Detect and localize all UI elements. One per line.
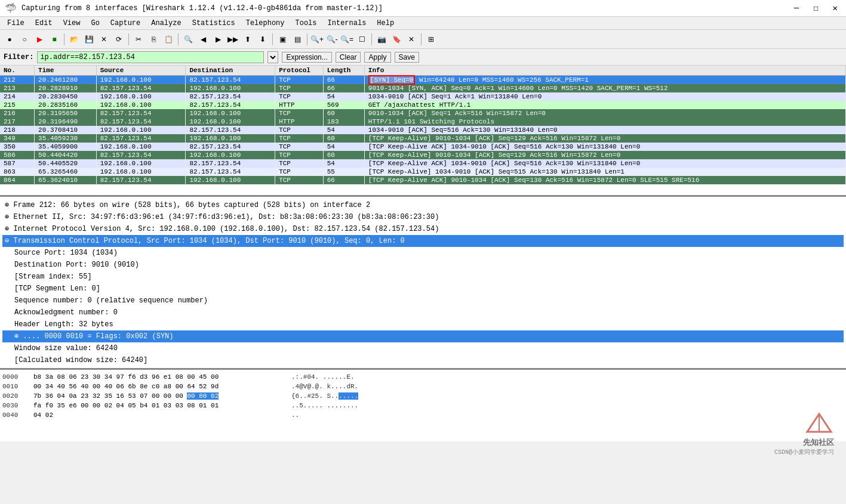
detail-row-tcp-hdrlen[interactable]: Header Length: 32 bytes [2, 319, 844, 330]
toolbar-zoom-reset[interactable]: 🔍= [340, 32, 354, 47]
filterbar: Filter: Expression... Clear Apply Save [0, 49, 846, 66]
table-row[interactable]: 58750.4405520192.168.0.10082.157.123.54T… [0, 159, 846, 168]
packet-detail[interactable]: ⊕ Frame 212: 66 bytes on wire (528 bits)… [0, 197, 846, 370]
menu-item-statistics[interactable]: Statistics [187, 18, 240, 29]
toolbar-sep-4 [272, 33, 273, 45]
toolbar-expert[interactable]: ✕ [404, 32, 419, 47]
toolbar-close[interactable]: ✕ [97, 32, 111, 47]
table-row[interactable]: 58650.440442082.157.123.54192.168.0.100T… [0, 151, 846, 159]
table-row[interactable]: 86365.3265460192.168.0.10082.157.123.54T… [0, 168, 846, 176]
menu-item-view[interactable]: View [59, 18, 85, 29]
menu-item-edit[interactable]: Edit [30, 18, 57, 29]
col-info: Info [364, 66, 845, 76]
detail-text: Header Length: 32 bytes [14, 320, 113, 329]
toolbar-first[interactable]: ⬆ [241, 32, 255, 47]
toolbar-go[interactable]: ▶▶ [226, 32, 240, 47]
detail-text: Source Port: 1034 (1034) [14, 249, 118, 257]
toolbar-save[interactable]: 💾 [82, 32, 96, 47]
toolbar-find[interactable]: 🔍 [181, 32, 195, 47]
apply-button[interactable]: Apply [364, 52, 390, 63]
col-time: Time [35, 66, 97, 76]
toolbar-cut[interactable]: ✂ [131, 32, 146, 47]
menu-item-analyze[interactable]: Analyze [146, 18, 186, 29]
menu-item-telephony[interactable]: Telephony [241, 18, 290, 29]
toolbar-capture-opts[interactable]: 📷 [374, 32, 389, 47]
table-row[interactable]: 34935.405923082.157.123.54192.168.0.100T… [0, 134, 846, 143]
toolbar-stop[interactable]: ■ [47, 32, 61, 47]
menu-item-capture[interactable]: Capture [106, 18, 145, 29]
detail-row-tcp-flags[interactable]: ⊕ .... 0000 0010 = Flags: 0x002 (SYN) [2, 330, 844, 342]
hex-bytes: 04 02 [33, 410, 284, 420]
close-button[interactable]: ✕ [829, 3, 841, 13]
filter-dropdown[interactable] [267, 51, 278, 63]
toolbar-start-capture[interactable]: ● [2, 32, 17, 47]
filter-input[interactable] [37, 51, 264, 63]
toolbar-bookmark[interactable]: 🔖 [389, 32, 404, 47]
col-src: Source [96, 66, 186, 76]
menu-item-go[interactable]: Go [86, 18, 104, 29]
menu-item-file[interactable]: File [2, 18, 29, 29]
toolbar-zoom-out[interactable]: 🔍- [325, 32, 339, 47]
maximize-button[interactable]: ☐ [810, 3, 822, 13]
table-row[interactable]: 21420.2830450192.168.0.10082.157.123.54T… [0, 92, 846, 101]
detail-row-frame[interactable]: ⊕ Frame 212: 66 bytes on wire (528 bits)… [2, 199, 844, 211]
table-row[interactable]: 35035.4059900192.168.0.10082.157.123.54T… [0, 143, 846, 151]
detail-text: Sequence number: 0 (relative sequence nu… [14, 296, 208, 305]
col-no: No. [0, 66, 35, 76]
table-row[interactable]: 21220.2461280192.168.0.10082.157.123.54T… [0, 76, 846, 85]
toolbar-zoom-in[interactable]: 🔍+ [310, 32, 324, 47]
hex-ascii: ..5..... ........ [291, 401, 358, 410]
col-proto: Protocol [275, 66, 324, 76]
toolbar-stop-all[interactable]: ○ [17, 32, 32, 47]
hex-ascii: .:.#04. ......E. [291, 372, 355, 382]
toolbar-back[interactable]: ◀ [196, 32, 210, 47]
toolbar-view2[interactable]: ▤ [290, 32, 304, 47]
menu-item-help[interactable]: Help [372, 18, 399, 29]
detail-row-tcp-seglen[interactable]: [TCP Segment Len: 0] [2, 283, 844, 295]
hex-row: 0030fa f0 35 e6 00 00 02 04 05 b4 01 03 … [2, 401, 844, 410]
toolbar-forward[interactable]: ▶ [211, 32, 225, 47]
detail-row-tcp[interactable]: ⊖ Transmission Control Protocol, Src Por… [2, 235, 844, 247]
save-button[interactable]: Save [395, 52, 419, 63]
detail-row-tcp-src[interactable]: Source Port: 1034 (1034) [2, 247, 844, 259]
expression-button[interactable]: Expression... [282, 52, 331, 63]
toolbar-sep-6 [371, 33, 372, 45]
detail-row-tcp-stream[interactable]: [Stream index: 55] [2, 271, 844, 283]
toolbar-view1[interactable]: ▣ [275, 32, 290, 47]
table-row[interactable]: 21320.282891082.157.123.54192.168.0.100T… [0, 84, 846, 92]
table-row[interactable]: 21520.2835160192.168.0.10082.157.123.54H… [0, 101, 846, 109]
detail-text: Internet Protocol Version 4, Src: 192.16… [13, 225, 439, 233]
detail-row-tcp-win[interactable]: Window size value: 64240 [2, 342, 844, 354]
watermark-icon [804, 411, 834, 435]
detail-row-tcp-seq[interactable]: Sequence number: 0 (relative sequence nu… [2, 295, 844, 307]
table-row[interactable]: 21720.319649082.157.123.54192.168.0.100H… [0, 118, 846, 126]
toolbar-paste[interactable]: 📋 [161, 32, 176, 47]
toolbar-last[interactable]: ⬇ [256, 32, 270, 47]
toolbar-reload[interactable]: ⟳ [112, 32, 126, 47]
detail-row-ip[interactable]: ⊕ Internet Protocol Version 4, Src: 192.… [2, 223, 844, 235]
toolbar: ● ○ ▶ ■ 📂 💾 ✕ ⟳ ✂ ⎘ 📋 🔍 ◀ ▶ ▶▶ ⬆ ⬇ ▣ ▤ 🔍… [0, 30, 846, 49]
minimize-button[interactable]: — [790, 3, 802, 13]
detail-row-tcp-ack[interactable]: Acknowledgment number: 0 [2, 307, 844, 319]
expand-icon: ⊕ [5, 213, 13, 221]
hex-dump[interactable]: 0000b8 3a 08 06 23 30 34 97 f6 d3 96 e1 … [0, 370, 846, 441]
toolbar-copy[interactable]: ⎘ [146, 32, 161, 47]
watermark-text: 先知社区 [774, 437, 834, 448]
toolbar-sep-2 [128, 33, 129, 45]
table-row[interactable]: 86465.362401082.157.123.54192.168.0.100T… [0, 176, 846, 184]
toolbar-settings[interactable]: ⊞ [424, 32, 438, 47]
menu-item-internals[interactable]: Internals [323, 18, 371, 29]
packet-list[interactable]: No. Time Source Destination Protocol Len… [0, 66, 846, 197]
clear-button[interactable]: Clear [336, 52, 361, 63]
toolbar-open[interactable]: 📂 [67, 32, 81, 47]
detail-row-eth[interactable]: ⊕ Ethernet II, Src: 34:97:f6:d3:96:e1 (3… [2, 211, 844, 223]
hex-offset: 0030 [2, 401, 26, 410]
title-text: Capturing from 8 interfaces [Wireshark 1… [21, 4, 383, 13]
toolbar-record[interactable]: ▶ [32, 32, 47, 47]
table-row[interactable]: 21820.3708410192.168.0.10082.157.123.54T… [0, 126, 846, 134]
detail-row-tcp-dst[interactable]: Destination Port: 9010 (9010) [2, 259, 844, 271]
menu-item-tools[interactable]: Tools [291, 18, 322, 29]
toolbar-fullscreen[interactable]: ☐ [355, 32, 369, 47]
detail-row-tcp-calcwin[interactable]: [Calculated window size: 64240] [2, 354, 844, 366]
table-row[interactable]: 21620.319565082.157.123.54192.168.0.100T… [0, 109, 846, 118]
